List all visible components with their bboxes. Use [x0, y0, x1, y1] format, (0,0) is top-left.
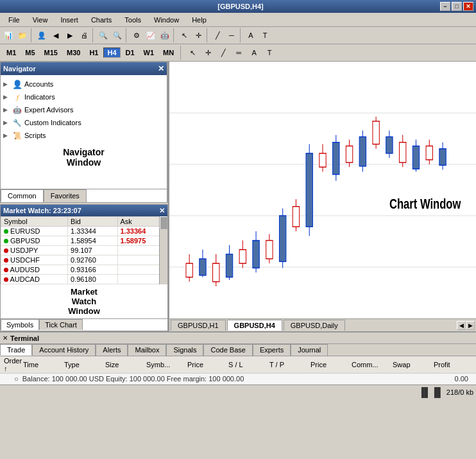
terminal-tab-journal[interactable]: Journal [291, 344, 328, 356]
forward-button[interactable]: ▶ [63, 28, 77, 42]
menu-item-window[interactable]: Window [148, 14, 185, 26]
balance-info: ○ Balance: 100 000.00 USD Equity: 100 00… [3, 375, 455, 383]
properties-button[interactable]: ⚙ [130, 28, 144, 42]
minimize-button[interactable]: − [440, 2, 450, 11]
mw-row-usdjpy[interactable]: USDJPY 99.107 [1, 246, 167, 255]
chart-tab-gbpusd-daily[interactable]: GBPUSD,Daily [284, 320, 345, 331]
chart-tab-next[interactable]: ▶ [466, 321, 475, 330]
line-button[interactable]: ╱ [210, 28, 225, 42]
menu-item-help[interactable]: Help [186, 14, 212, 26]
mw-bid-eurusd: 1.33344 [68, 227, 117, 236]
mw-tab-tick-chart[interactable]: Tick Chart [39, 319, 83, 330]
terminal-tab-alerts[interactable]: Alerts [96, 344, 128, 356]
zoom-out-button[interactable]: 🔍 [110, 28, 124, 42]
mw-row-eurusd[interactable]: EURUSD 1.33344 1.33364 [1, 227, 167, 236]
tree-item-accounts[interactable]: ▶ 👤 Accounts [3, 78, 164, 91]
tf-m30[interactable]: M30 [63, 48, 84, 58]
tree-item-expert-advisors[interactable]: ▶ 🤖 Expert Advisors [3, 103, 164, 116]
menu-item-charts[interactable]: Charts [85, 14, 117, 26]
navigator-window-label: NavigatorWindow [3, 142, 164, 170]
mw-row-audcad[interactable]: AUDCAD 0.96180 [1, 275, 167, 284]
maximize-button[interactable]: □ [452, 2, 462, 11]
profiles-button[interactable]: 👤 [35, 28, 49, 42]
tf-w1[interactable]: W1 [140, 48, 158, 58]
mw-row-audusd[interactable]: AUDUSD 0.93166 [1, 265, 167, 275]
market-watch-close[interactable]: ✕ [159, 207, 165, 215]
chart-content[interactable]: Chart Window [169, 62, 476, 318]
svg-rect-5 [186, 263, 192, 277]
candlestick-chart: Chart Window [169, 62, 476, 318]
draw-text-tool[interactable]: A [247, 46, 261, 60]
crosshair-tool[interactable]: ✛ [201, 46, 215, 60]
svg-rect-33 [373, 121, 379, 144]
col-type: Type [63, 361, 104, 368]
terminal-close-button[interactable]: ✕ [3, 334, 8, 342]
tf-d1[interactable]: D1 [122, 48, 139, 58]
svg-rect-35 [386, 137, 393, 153]
mw-row-gbpusd[interactable]: GBPUSD 1.58954 1.58975 [1, 236, 167, 246]
terminal-content: Order ↑ Time Type Size Symb... Price S /… [0, 356, 476, 385]
draw-label-tool[interactable]: T [262, 46, 276, 60]
hline-button[interactable]: ─ [225, 28, 239, 42]
tree-item-custom-indicators[interactable]: ▶ 🔧 Custom Indicators [3, 116, 164, 129]
chart-tab-gbpusd-h4[interactable]: GBPUSD,H4 [227, 320, 282, 331]
back-button[interactable]: ◀ [49, 28, 63, 42]
nav-tab-common[interactable]: Common [1, 189, 44, 202]
print-button[interactable]: 🖨 [77, 28, 91, 42]
crosshair-button[interactable]: ✛ [191, 28, 205, 42]
title-controls: − □ ✕ [440, 2, 473, 11]
cursor-tool[interactable]: ↖ [185, 46, 200, 60]
terminal-tab-experts[interactable]: Experts [253, 344, 291, 356]
tf-mn[interactable]: MN [159, 48, 178, 58]
terminal-title: Terminal [10, 334, 39, 342]
cursor-button[interactable]: ↖ [177, 28, 191, 42]
col-time: Time [22, 361, 63, 368]
ea-icon: 🤖 [12, 105, 22, 115]
scrollbar-thumb[interactable] [160, 216, 167, 229]
draw-line-tool[interactable]: ╱ [216, 46, 230, 60]
chart-tab-prev[interactable]: ◀ [457, 321, 466, 330]
indicators-button[interactable]: 📈 [144, 28, 158, 42]
zoom-in-button[interactable]: 🔍 [96, 28, 110, 42]
menu-item-view[interactable]: View [27, 14, 54, 26]
chart-tab-gbpusd-h1[interactable]: GBPUSD,H1 [171, 320, 226, 331]
navigator-close-button[interactable]: ✕ [158, 64, 164, 73]
mw-tab-symbols[interactable]: Symbols [1, 319, 39, 330]
connection-label: 218/0 kb [446, 388, 473, 396]
mw-symbol-usdjpy: USDJPY [1, 246, 68, 255]
terminal-tab-trade[interactable]: Trade [0, 344, 32, 356]
tree-item-indicators[interactable]: ▶ 𝑓 Indicators [3, 91, 164, 103]
svg-rect-27 [333, 143, 339, 175]
chart-area: Chart Window GBPUSD,H1 GBPUSD,H4 GBPUSD,… [168, 62, 476, 331]
terminal-tab-mailbox[interactable]: Mailbox [128, 344, 166, 356]
tree-label-indicators: Indicators [24, 93, 55, 101]
tf-m15[interactable]: M15 [40, 48, 62, 58]
menu-item-tools[interactable]: Tools [119, 14, 147, 26]
tf-h1[interactable]: H1 [85, 48, 102, 58]
text-button[interactable]: A [244, 28, 258, 42]
label-button[interactable]: T [258, 28, 272, 42]
close-button[interactable]: ✕ [463, 2, 473, 11]
tree-item-scripts[interactable]: ▶ 📜 Scripts [3, 129, 164, 142]
mw-bid-audusd: 0.93166 [68, 265, 117, 275]
tf-m1[interactable]: M1 [3, 48, 20, 58]
accounts-icon: 👤 [12, 79, 22, 89]
col-symbol: Symb... [145, 361, 186, 368]
expert-button[interactable]: 🤖 [158, 28, 172, 42]
menu-item-file[interactable]: File [3, 14, 26, 26]
draw-hline-tool[interactable]: ═ [232, 46, 246, 60]
terminal-tab-signals[interactable]: Signals [166, 344, 203, 356]
terminal-tab-code-base[interactable]: Code Base [203, 344, 252, 356]
terminal-tab-account-history[interactable]: Account History [32, 344, 96, 356]
mw-row-usdchf[interactable]: USDCHF 0.92760 [1, 255, 167, 265]
open-button[interactable]: 📁 [15, 28, 30, 42]
navigator-tree: ▶ 👤 Accounts ▶ 𝑓 Indicators ▶ 🤖 Expert A… [1, 75, 167, 189]
market-watch-scrollbar[interactable] [159, 216, 167, 284]
mw-symbol-gbpusd: GBPUSD [1, 236, 68, 246]
new-chart-button[interactable]: 📊 [1, 28, 15, 42]
nav-tab-favorites[interactable]: Favorites [44, 189, 87, 202]
tf-m5[interactable]: M5 [21, 48, 38, 58]
menu-item-insert[interactable]: Insert [55, 14, 84, 26]
mw-col-bid: Bid [68, 217, 117, 227]
tf-h4[interactable]: H4 [103, 48, 120, 58]
